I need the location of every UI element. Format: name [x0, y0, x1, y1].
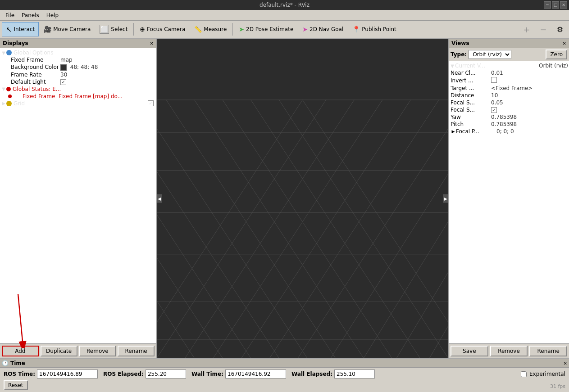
titlebar-controls[interactable]: ─ □ ✕	[544, 1, 567, 9]
measure-button[interactable]: 📏 Measure	[190, 22, 231, 36]
views-rename-button[interactable]: Rename	[529, 346, 567, 356]
rename-displays-button[interactable]: Rename	[118, 346, 155, 356]
target-frame-row: Target ... <Fixed Frame>	[450, 85, 568, 92]
title-text: default.rviz* - RViz	[259, 2, 310, 8]
background-color-row: Background Color 48; 48; 48	[1, 63, 155, 71]
target-frame-label: Target ...	[451, 85, 491, 91]
main-area: Displays ✕ ▼ Global Options Fixed Frame …	[0, 39, 569, 358]
measure-icon: 📏	[194, 26, 202, 33]
toolbar: ↖ Interact 🎥 Move Camera ⬜ Select ⊕ Focu…	[0, 21, 569, 39]
views-remove-button[interactable]: Remove	[490, 346, 528, 356]
displays-panel-header: Displays ✕	[0, 39, 156, 48]
close-button[interactable]: ✕	[560, 1, 567, 9]
minimize-button[interactable]: ─	[544, 1, 551, 9]
focus-camera-button[interactable]: ⊕ Focus Camera	[136, 22, 189, 36]
background-color-text: 48; 48; 48	[70, 64, 98, 70]
viewport-grid	[157, 39, 448, 358]
maximize-button[interactable]: □	[552, 1, 559, 9]
grid-label: Grid	[14, 100, 148, 107]
frame-rate-label: Frame Rate	[2, 72, 60, 78]
interact-label: Interact	[14, 26, 35, 32]
viewport-collapse-right[interactable]: ▶	[443, 194, 448, 203]
views-buttons: Save Remove Rename	[449, 343, 569, 358]
focal-p-value[interactable]: 0; 0; 0	[496, 128, 567, 135]
pose-estimate-button[interactable]: ➤ 2D Pose Estimate	[235, 22, 297, 36]
grid-checkbox[interactable]: ✓	[148, 100, 154, 106]
default-light-checkbox[interactable]: ✓	[60, 79, 66, 85]
views-panel-close[interactable]: ✕	[563, 41, 566, 46]
default-light-value[interactable]: ✓	[60, 79, 155, 85]
near-clip-value[interactable]: 0.01	[491, 70, 567, 76]
fixed-frame-error-value: Fixed Frame [map] do...	[59, 93, 155, 99]
invert-value[interactable]	[491, 77, 567, 84]
interact-button[interactable]: ↖ Interact	[2, 22, 39, 36]
focal-s2-checkbox[interactable]: ✓	[491, 107, 497, 113]
frame-rate-value[interactable]: 30	[60, 72, 155, 78]
background-color-swatch	[60, 64, 67, 71]
menu-file[interactable]: File	[2, 11, 18, 19]
fixed-frame-row: Fixed Frame map	[1, 56, 155, 63]
viewport[interactable]: ◀ ▶	[157, 39, 448, 358]
views-tree[interactable]: ▼ Current V... Orbit (rviz) Near Cl... 0…	[449, 61, 569, 343]
nav-goal-button[interactable]: ➤ 2D Nav Goal	[298, 22, 347, 36]
select-button[interactable]: ⬜ Select	[96, 22, 132, 36]
ros-time-label: ROS Time:	[4, 371, 35, 377]
global-status-icon	[6, 87, 11, 91]
remove-displays-button[interactable]: Remove	[79, 346, 116, 356]
global-options-row[interactable]: ▼ Global Options	[1, 49, 155, 56]
views-zero-button[interactable]: Zero	[546, 50, 567, 59]
select-label: Select	[111, 26, 127, 32]
reset-button[interactable]: Reset	[4, 380, 28, 390]
target-frame-value[interactable]: <Fixed Frame>	[491, 85, 567, 91]
global-status-row[interactable]: ▼ Global Status: E...	[1, 86, 155, 93]
publish-point-icon: 📍	[352, 26, 360, 33]
experimental-checkbox[interactable]	[521, 371, 527, 377]
background-color-value[interactable]: 48; 48; 48	[60, 64, 155, 71]
wall-elapsed-input[interactable]	[334, 369, 375, 378]
add-toolbar-btn[interactable]: +	[519, 22, 534, 36]
nav-goal-label: 2D Nav Goal	[310, 26, 343, 32]
displays-tree[interactable]: ▼ Global Options Fixed Frame map Backgro…	[0, 48, 156, 343]
focal-s2-label: Focal S...	[451, 107, 491, 113]
svg-rect-2	[157, 39, 448, 358]
fixed-frame-value[interactable]: map	[60, 57, 155, 63]
invert-checkbox[interactable]	[491, 77, 497, 83]
ros-time-input[interactable]	[37, 369, 98, 378]
menu-panels[interactable]: Panels	[18, 11, 43, 19]
remove-toolbar-btn[interactable]: −	[536, 22, 551, 36]
views-save-button[interactable]: Save	[451, 346, 488, 356]
yaw-value[interactable]: 0.785398	[491, 114, 567, 120]
views-panel-header: Views ✕	[449, 39, 569, 48]
duplicate-button[interactable]: Duplicate	[41, 346, 77, 356]
global-options-arrow: ▼	[1, 50, 6, 55]
settings-toolbar-btn[interactable]: ⚙	[553, 22, 567, 36]
fixed-frame-label: Fixed Frame	[2, 57, 60, 63]
pitch-value[interactable]: 0.785398	[491, 121, 567, 127]
default-light-label: Default Light	[2, 79, 60, 85]
views-type-select[interactable]: Orbit (rviz)	[469, 50, 511, 59]
time-panel-close[interactable]: ✕	[564, 361, 567, 366]
current-view-row[interactable]: ▼ Current V... Orbit (rviz)	[450, 62, 568, 69]
focal-s2-value[interactable]: ✓	[491, 107, 567, 113]
focal-s1-label: Focal S...	[451, 99, 491, 106]
wall-time-input[interactable]	[225, 369, 286, 378]
publish-point-button[interactable]: 📍 Publish Point	[348, 22, 400, 36]
distance-value[interactable]: 10	[491, 92, 567, 99]
ros-elapsed-input[interactable]	[146, 369, 186, 378]
ros-elapsed-field: ROS Elapsed:	[103, 369, 186, 378]
add-button[interactable]: Add	[2, 346, 39, 356]
focal-s1-value[interactable]: 0.05	[491, 99, 567, 106]
viewport-collapse-left[interactable]: ◀	[157, 194, 162, 203]
menu-help[interactable]: Help	[43, 11, 62, 19]
fps-display: 31 fps	[550, 383, 565, 389]
wall-time-label: Wall Time:	[191, 371, 223, 377]
views-type-row: Type: Orbit (rviz) Zero	[449, 48, 569, 61]
move-camera-button[interactable]: 🎥 Move Camera	[40, 22, 95, 36]
move-camera-label: Move Camera	[53, 26, 91, 32]
grid-icon	[6, 101, 12, 106]
near-clip-label: Near Cl...	[451, 70, 491, 76]
displays-panel-close[interactable]: ✕	[150, 41, 154, 46]
ros-time-field: ROS Time:	[4, 369, 98, 378]
invert-label: Invert ...	[451, 77, 491, 84]
grid-row[interactable]: ▶ Grid ✓	[1, 100, 155, 107]
